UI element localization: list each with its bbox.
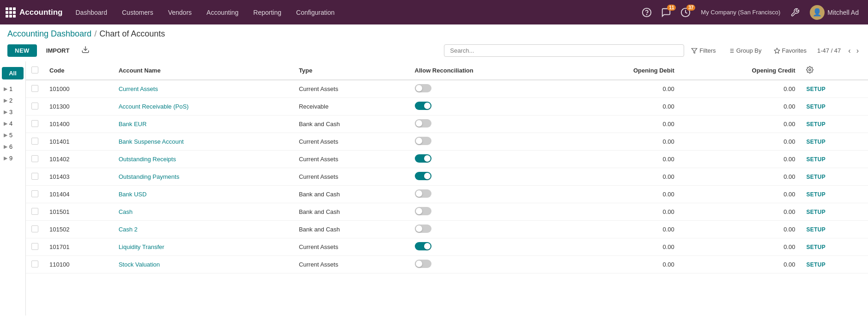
cell-account-name[interactable]: Cash <box>113 203 293 221</box>
setup-link[interactable]: SETUP <box>806 174 826 180</box>
nav-reporting[interactable]: Reporting <box>246 0 289 24</box>
cell-reconciliation[interactable] <box>409 186 565 203</box>
row-checkbox-7[interactable] <box>31 208 38 215</box>
group-item-4[interactable]: ▶ 4 <box>0 118 25 129</box>
user-menu[interactable]: 👤 Mitchell Ad <box>806 5 862 20</box>
setup-link[interactable]: SETUP <box>806 226 826 233</box>
cell-setup[interactable]: SETUP <box>801 256 868 273</box>
search-input[interactable] <box>444 44 684 57</box>
setup-link[interactable]: SETUP <box>806 209 826 215</box>
chat-icon-btn[interactable]: 11 <box>658 6 674 19</box>
cell-reconciliation[interactable] <box>409 115 565 133</box>
cell-reconciliation[interactable] <box>409 168 565 186</box>
group-item-5[interactable]: ▶ 5 <box>0 129 25 141</box>
nav-vendors[interactable]: Vendors <box>161 0 199 24</box>
cell-setup[interactable]: SETUP <box>801 168 868 186</box>
cell-reconciliation[interactable] <box>409 80 565 98</box>
row-checkbox-2[interactable] <box>31 120 38 127</box>
row-checkbox-5[interactable] <box>31 173 38 180</box>
group-all[interactable]: All <box>2 67 24 79</box>
filters-button[interactable]: Filters <box>686 44 721 57</box>
cell-setup[interactable]: SETUP <box>801 186 868 203</box>
cell-account-name[interactable]: Bank EUR <box>113 115 293 133</box>
favorites-button[interactable]: Favorites <box>769 44 812 57</box>
cell-setup[interactable]: SETUP <box>801 238 868 256</box>
row-checkbox-3[interactable] <box>31 138 38 145</box>
group-item-1[interactable]: ▶ 1 <box>0 83 25 95</box>
toggle-reconciliation[interactable] <box>415 154 431 163</box>
row-checkbox-0[interactable] <box>31 85 38 92</box>
row-checkbox-4[interactable] <box>31 155 38 162</box>
toggle-reconciliation[interactable] <box>415 260 431 268</box>
group-item-2[interactable]: ▶ 2 <box>0 95 25 106</box>
setup-link[interactable]: SETUP <box>806 139 826 145</box>
download-button[interactable] <box>79 43 92 58</box>
cell-account-name[interactable]: Outstanding Receipts <box>113 151 293 168</box>
company-name[interactable]: My Company (San Francisco) <box>697 9 784 16</box>
setup-link[interactable]: SETUP <box>806 86 826 92</box>
group-item-3[interactable]: ▶ 3 <box>0 106 25 118</box>
cell-account-name[interactable]: Liquidity Transfer <box>113 238 293 256</box>
header-opening-debit[interactable]: Opening Debit <box>564 61 680 80</box>
header-account-name[interactable]: Account Name <box>113 61 293 80</box>
setup-link[interactable]: SETUP <box>806 103 826 110</box>
pagination-next[interactable]: › <box>855 45 861 57</box>
nav-configuration[interactable]: Configuration <box>289 0 342 24</box>
row-checkbox-6[interactable] <box>31 190 38 197</box>
cell-setup[interactable]: SETUP <box>801 203 868 221</box>
setup-link[interactable]: SETUP <box>806 244 826 250</box>
cell-setup[interactable]: SETUP <box>801 133 868 151</box>
cell-account-name[interactable]: Bank USD <box>113 186 293 203</box>
setup-link[interactable]: SETUP <box>806 121 826 128</box>
toggle-reconciliation[interactable] <box>415 84 431 92</box>
nav-customers[interactable]: Customers <box>115 0 161 24</box>
toggle-reconciliation[interactable] <box>415 242 431 250</box>
setup-link[interactable]: SETUP <box>806 191 826 198</box>
groupby-button[interactable]: Group By <box>723 44 767 57</box>
header-type[interactable]: Type <box>293 61 409 80</box>
import-button[interactable]: IMPORT <box>41 44 75 57</box>
toggle-reconciliation[interactable] <box>415 189 431 198</box>
nav-accounting[interactable]: Accounting <box>199 0 246 24</box>
cell-setup[interactable]: SETUP <box>801 221 868 238</box>
toggle-reconciliation[interactable] <box>415 102 431 110</box>
row-checkbox-8[interactable] <box>31 225 38 232</box>
cell-account-name[interactable]: Outstanding Payments <box>113 168 293 186</box>
row-checkbox-1[interactable] <box>31 103 38 109</box>
cell-account-name[interactable]: Account Receivable (PoS) <box>113 98 293 115</box>
select-all-checkbox[interactable] <box>31 67 38 73</box>
setup-link[interactable]: SETUP <box>806 156 826 163</box>
cell-reconciliation[interactable] <box>409 238 565 256</box>
cell-reconciliation[interactable] <box>409 221 565 238</box>
cell-setup[interactable]: SETUP <box>801 151 868 168</box>
cell-setup[interactable]: SETUP <box>801 80 868 98</box>
toggle-reconciliation[interactable] <box>415 225 431 233</box>
row-checkbox-10[interactable] <box>31 261 38 267</box>
cell-account-name[interactable]: Bank Suspense Account <box>113 133 293 151</box>
cell-reconciliation[interactable] <box>409 133 565 151</box>
toggle-reconciliation[interactable] <box>415 137 431 145</box>
toggle-reconciliation[interactable] <box>415 172 431 180</box>
row-checkbox-9[interactable] <box>31 243 38 250</box>
cell-reconciliation[interactable] <box>409 203 565 221</box>
activity-icon-btn[interactable]: 37 <box>678 6 693 19</box>
cell-reconciliation[interactable] <box>409 151 565 168</box>
group-item-9[interactable]: ▶ 9 <box>0 152 25 164</box>
pagination-prev[interactable]: ‹ <box>846 45 852 57</box>
app-logo[interactable]: Accounting <box>6 7 63 18</box>
header-code[interactable]: Code <box>44 61 113 80</box>
cell-setup[interactable]: SETUP <box>801 115 868 133</box>
cell-reconciliation[interactable] <box>409 256 565 273</box>
tools-icon[interactable] <box>788 6 802 19</box>
support-icon-btn[interactable] <box>639 6 655 19</box>
setup-link[interactable]: SETUP <box>806 261 826 268</box>
cell-account-name[interactable]: Stock Valuation <box>113 256 293 273</box>
breadcrumb-link[interactable]: Accounting Dashboard <box>7 29 91 39</box>
cell-account-name[interactable]: Cash 2 <box>113 221 293 238</box>
nav-dashboard[interactable]: Dashboard <box>68 0 115 24</box>
cell-setup[interactable]: SETUP <box>801 98 868 115</box>
header-allow-reconciliation[interactable]: Allow Reconciliation <box>409 61 565 80</box>
toggle-reconciliation[interactable] <box>415 207 431 215</box>
cell-reconciliation[interactable] <box>409 98 565 115</box>
header-opening-credit[interactable]: Opening Credit <box>680 61 801 80</box>
